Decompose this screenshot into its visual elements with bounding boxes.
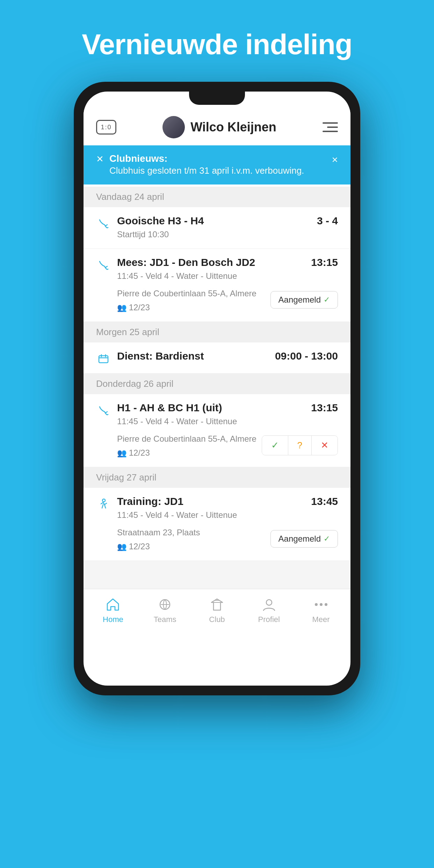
avatar: [162, 116, 185, 138]
rsvp-maybe-button[interactable]: ?: [288, 436, 311, 455]
event-subtitle-4a: 11:45 - Veld 4 - Water - Uittenue: [117, 415, 338, 428]
notif-body: Clubhuis gesloten t/m 31 april i.v.m. ve…: [109, 164, 304, 177]
section-header-thursday: Donderdag 26 april: [84, 374, 350, 394]
nav-label-meer: Meer: [312, 615, 330, 624]
event-subtitle-4b: Pierre de Coubertinlaan 55-A, Almere: [117, 433, 262, 445]
event-time-3: 09:00 - 13:00: [275, 350, 338, 362]
section-header-tomorrow: Morgen 25 april: [84, 322, 350, 342]
event-time-2: 13:15: [311, 256, 338, 268]
hockey-icon-2: [96, 259, 111, 272]
nav-label-teams: Teams: [154, 615, 176, 624]
header-user: Wilco Kleijnen: [162, 116, 276, 138]
event-subtitle-5b: Straatnaam 23, Plaats: [117, 526, 270, 539]
nav-item-club[interactable]: Club: [200, 596, 234, 624]
nav-label-club: Club: [209, 615, 225, 624]
app-header: 1:0 Wilco Kleijnen: [84, 109, 350, 145]
bottom-nav: Home Teams: [84, 589, 350, 635]
event-people-4: 👥 12/23: [117, 447, 262, 459]
notif-close-button[interactable]: ×: [332, 154, 338, 166]
club-icon: [209, 596, 225, 613]
nav-item-home[interactable]: Home: [95, 596, 130, 624]
aangemeld-badge-2[interactable]: Aangemeld ✓: [270, 530, 338, 548]
score-icon[interactable]: 1:0: [96, 120, 116, 135]
hockey-icon: [96, 217, 111, 230]
nav-label-home: Home: [103, 615, 123, 624]
service-icon: [96, 352, 111, 366]
event-title-5: Training: JD1: [117, 496, 183, 507]
event-item-1[interactable]: Gooische H3 - H4 3 - 4 Starttijd 10:30: [84, 207, 350, 249]
phone-shell: 1:0 Wilco Kleijnen ✕: [74, 82, 360, 695]
event-time-5: 13:45: [311, 496, 338, 507]
nav-item-teams[interactable]: Teams: [147, 596, 182, 624]
partial-section: [84, 561, 350, 589]
rsvp-yes-button[interactable]: ✓: [262, 436, 288, 455]
event-subtitle-2b: Pierre de Coubertinlaan 55-A, Almere: [117, 287, 270, 300]
notif-content: Clubnieuws: Clubhuis gesloten t/m 31 apr…: [109, 153, 304, 177]
profile-icon: [261, 596, 277, 613]
aangemeld-badge-1[interactable]: Aangemeld ✓: [270, 291, 338, 309]
event-people-2: 👥 12/23: [117, 301, 270, 314]
hockey-icon-3: [96, 404, 111, 417]
event-title-4: H1 - AH & BC H1 (uit): [117, 402, 222, 414]
filter-icon[interactable]: [323, 121, 338, 133]
phone-screen: 1:0 Wilco Kleijnen ✕: [84, 92, 350, 686]
home-icon: [104, 596, 121, 613]
section-header-friday: Vrijdag 27 april: [84, 467, 350, 488]
teams-icon: [157, 596, 173, 613]
event-title-2: Mees: JD1 - Den Bosch JD2: [117, 256, 255, 268]
event-item-2[interactable]: Mees: JD1 - Den Bosch JD2 13:15 11:45 - …: [84, 249, 350, 322]
svg-point-4: [266, 600, 272, 605]
event-title-3: Dienst: Bardienst: [117, 350, 204, 362]
event-subtitle-5a: 11:45 - Veld 4 - Water - Uittenue: [117, 509, 338, 521]
svg-point-1: [102, 499, 105, 502]
event-subtitle-2a: 11:45 - Veld 4 - Water - Uittenue: [117, 270, 338, 282]
event-time-4: 13:15: [311, 402, 338, 414]
notif-dismiss-icon[interactable]: ✕: [96, 154, 104, 165]
more-icon: [313, 596, 330, 613]
page-title: Vernieuwde indeling: [82, 28, 352, 61]
app-content: 1:0 Wilco Kleijnen ✕: [84, 92, 350, 686]
rsvp-no-button[interactable]: ✕: [312, 436, 338, 455]
event-people-5: 👥 12/23: [117, 540, 270, 553]
notch: [189, 92, 245, 105]
event-item-3[interactable]: Dienst: Bardienst 09:00 - 13:00: [84, 342, 350, 374]
event-score-1: 3 - 4: [317, 215, 338, 227]
user-name: Wilco Kleijnen: [190, 120, 276, 135]
running-icon: [96, 498, 111, 511]
rsvp-buttons: ✓ ? ✕: [262, 435, 338, 455]
notif-title: Clubnieuws:: [109, 153, 304, 164]
nav-item-profiel[interactable]: Profiel: [252, 596, 287, 624]
nav-item-meer[interactable]: Meer: [304, 596, 339, 624]
event-item-4[interactable]: H1 - AH & BC H1 (uit) 13:15 11:45 - Veld…: [84, 394, 350, 467]
event-subtitle-1: Starttijd 10:30: [117, 228, 338, 241]
nav-label-profiel: Profiel: [258, 615, 280, 624]
event-title-1: Gooische H3 - H4: [117, 215, 204, 227]
event-item-5[interactable]: Training: JD1 13:45 11:45 - Veld 4 - Wat…: [84, 488, 350, 561]
svg-rect-0: [99, 356, 108, 363]
notification-banner: ✕ Clubnieuws: Clubhuis gesloten t/m 31 a…: [84, 145, 350, 185]
section-header-today: Vandaag 24 april: [84, 187, 350, 207]
